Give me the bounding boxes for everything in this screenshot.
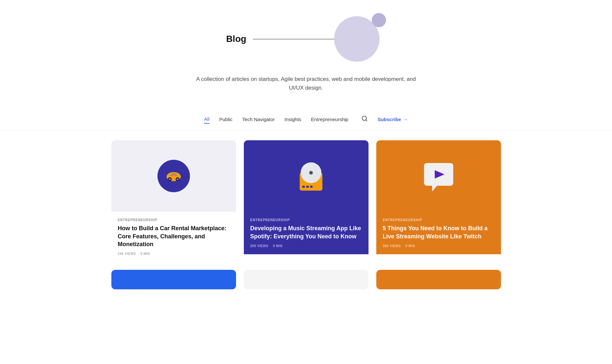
- subscribe-button[interactable]: Subscribe →: [378, 117, 408, 122]
- svg-rect-10: [310, 186, 313, 188]
- card-content-car-rental: ENTREPRENEURSHIP How to Build a Car Rent…: [111, 212, 236, 262]
- card-meta-car-rental: 248 VIEWS 8 MIN: [118, 252, 230, 256]
- play-chat-icon: [419, 157, 458, 195]
- nav-item-tech-navigator[interactable]: Tech Navigator: [242, 115, 275, 123]
- card-image-4: [111, 270, 236, 289]
- car-icon: [164, 166, 183, 186]
- svg-line-1: [366, 120, 367, 121]
- card-meta-music-streaming: 269 VIEWS 9 MIN: [250, 244, 362, 248]
- music-icon: [283, 155, 329, 197]
- card-4[interactable]: [111, 270, 236, 289]
- blog-title-row: Blog: [0, 13, 612, 65]
- car-icon-wrapper: [157, 160, 190, 192]
- nav-item-insights[interactable]: Insights: [284, 115, 301, 123]
- card-car-rental[interactable]: ENTREPRENEURSHIP How to Build a Car Rent…: [111, 140, 236, 262]
- nav-item-public[interactable]: Public: [219, 115, 232, 123]
- svg-point-13: [310, 172, 312, 174]
- card-music-streaming[interactable]: ENTREPRENEURSHIP Developing a Music Stre…: [244, 140, 368, 262]
- card-image-music-streaming: [244, 140, 368, 212]
- card-meta-live-streaming: 386 VIEWS 9 MIN: [383, 244, 494, 248]
- card-live-streaming[interactable]: ENTREPRENEURSHIP 5 Things You Need to Kn…: [376, 140, 501, 262]
- subtitle: A collection of articles on startups, Ag…: [196, 75, 417, 92]
- cards-container: ENTREPRENEURSHIP How to Build a Car Rent…: [98, 140, 514, 289]
- card-image-6: [376, 270, 501, 289]
- logo-graphic: [334, 13, 386, 65]
- logo-circle-small: [372, 13, 386, 27]
- card-title-music-streaming: Developing a Music Streaming App Like Sp…: [250, 224, 362, 240]
- nav-item-entrepreneurship[interactable]: Entrepreneurship: [311, 115, 348, 123]
- card-5[interactable]: [244, 270, 368, 289]
- card-title-car-rental: How to Build a Car Rental Marketplace: C…: [118, 224, 230, 248]
- card-content-music-streaming: ENTREPRENEURSHIP Developing a Music Stre…: [244, 212, 368, 254]
- card-read-time-car-rental: 8 MIN: [141, 252, 150, 256]
- nav-bar: All Public Tech Navigator Insights Entre…: [0, 112, 612, 131]
- card-content-live-streaming: ENTREPRENEURSHIP 5 Things You Need to Kn…: [376, 212, 501, 254]
- card-title-live-streaming: 5 Things You Need to Know to Build a Liv…: [383, 224, 494, 240]
- card-views-car-rental: 248 VIEWS: [118, 252, 136, 256]
- blog-line: [253, 39, 337, 39]
- svg-point-4: [169, 178, 171, 180]
- header: Blog A collection of articles on startup…: [0, 0, 612, 112]
- subscribe-label: Subscribe: [378, 117, 401, 122]
- card-category-car-rental: ENTREPRENEURSHIP: [118, 218, 230, 222]
- svg-rect-8: [302, 186, 305, 188]
- svg-rect-9: [306, 186, 309, 188]
- blog-label: Blog: [226, 34, 246, 44]
- card-image-live-streaming: [376, 140, 501, 212]
- card-6[interactable]: [376, 270, 501, 289]
- search-icon[interactable]: [361, 115, 368, 123]
- card-read-time-music-streaming: 9 MIN: [273, 244, 282, 248]
- card-category-music-streaming: ENTREPRENEURSHIP: [250, 218, 362, 222]
- card-views-music-streaming: 269 VIEWS: [250, 244, 269, 248]
- subscribe-arrow-icon: →: [403, 117, 408, 122]
- svg-point-6: [177, 178, 179, 180]
- card-image-5: [244, 270, 368, 289]
- nav-item-all[interactable]: All: [204, 115, 210, 124]
- card-views-live-streaming: 386 VIEWS: [383, 244, 401, 248]
- card-category-live-streaming: ENTREPRENEURSHIP: [383, 218, 494, 222]
- card-image-car-rental: [111, 140, 236, 212]
- cards-grid: ENTREPRENEURSHIP How to Build a Car Rent…: [111, 140, 501, 289]
- card-read-time-live-streaming: 9 MIN: [406, 244, 415, 248]
